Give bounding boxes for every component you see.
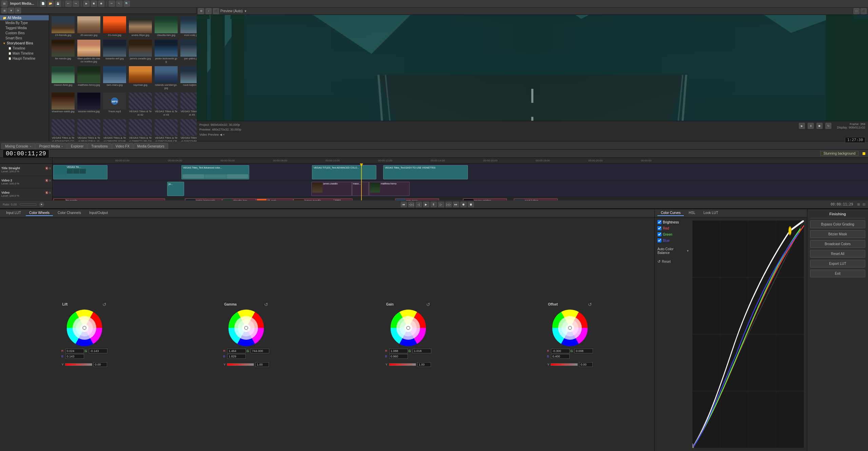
- gamma-reset[interactable]: ↺: [264, 302, 268, 307]
- tab-look-lut[interactable]: Look LUT: [700, 210, 722, 216]
- transport-record[interactable]: ⏺: [460, 202, 467, 207]
- tab-media-generators[interactable]: Media Generators: [134, 143, 168, 149]
- select-btn[interactable]: ↖: [116, 1, 122, 7]
- gain-r-input[interactable]: [389, 349, 408, 353]
- media-item-12[interactable]: mason-field.jpg: [51, 65, 76, 91]
- cb-red-check[interactable]: [657, 226, 662, 230]
- media-item-23[interactable]: VEGAS Titles & Text 45: [179, 92, 197, 117]
- tree-item-storyboard-bins[interactable]: ▼ Storyboard Bins: [0, 41, 49, 46]
- cb-green-check[interactable]: [657, 232, 662, 236]
- preview-pause-btn[interactable]: ⏸: [808, 123, 814, 129]
- media-item-5[interactable]: evor-cole.jpg: [179, 15, 197, 38]
- media-item-13[interactable]: matthew-henry.jpg: [76, 65, 101, 91]
- gamma-wheel[interactable]: [228, 309, 265, 347]
- tab-mixing-console[interactable]: Mixing Console ×: [1, 143, 35, 149]
- exit-btn[interactable]: Exit: [810, 270, 865, 277]
- razor-btn[interactable]: ✂: [109, 1, 115, 7]
- media-item-3[interactable]: andre-filipe.jpg: [128, 15, 153, 38]
- stop-btn[interactable]: ⏹: [91, 1, 97, 7]
- reset-all-btn[interactable]: Reset All: [810, 250, 865, 258]
- transport-to-end[interactable]: ⏭: [453, 202, 459, 207]
- clip-2-7[interactable]: sourav-mishra: [463, 198, 507, 200]
- tree-item-timeline[interactable]: 📋 Timeline: [0, 46, 49, 51]
- media-refresh-btn[interactable]: ⟳: [15, 7, 21, 14]
- transport-forward[interactable]: ▷: [438, 202, 444, 207]
- tree-item-media-by-type[interactable]: Media By Type: [0, 20, 49, 25]
- track-mute-btn[interactable]: 🔇: [45, 167, 48, 170]
- redo-btn[interactable]: ↪: [73, 1, 79, 7]
- play-btn[interactable]: ▶: [83, 1, 90, 7]
- transport-play[interactable]: ▶: [423, 202, 429, 207]
- timeline-zoom-btn[interactable]: ⊞: [857, 202, 860, 206]
- clip-2-2[interactable]: claudia-lam: [222, 198, 256, 200]
- track-solo-btn[interactable]: S: [49, 167, 51, 170]
- bypass-color-grading-btn[interactable]: Bypass Color Grading: [810, 220, 865, 228]
- offset-reset[interactable]: ↺: [588, 302, 592, 307]
- media-item-9[interactable]: james-zwadlo.jpg: [128, 39, 153, 64]
- auto-balance-btn[interactable]: Auto Color Balance ▼: [657, 247, 689, 255]
- media-item-17[interactable]: ruud-luijten.jpg: [179, 65, 197, 91]
- gamma-r-input[interactable]: [227, 349, 246, 353]
- track2-solo-btn[interactable]: S: [49, 179, 51, 182]
- media-view-btn[interactable]: ⊞: [1, 7, 7, 14]
- cb-blue-check[interactable]: [657, 238, 662, 242]
- lift-b-input[interactable]: [65, 354, 84, 359]
- gamma-y-input[interactable]: [255, 362, 269, 367]
- preview-btn3[interactable]: ⬛: [213, 8, 219, 14]
- gamma-g-input[interactable]: [251, 349, 269, 353]
- gamma-b-input[interactable]: [227, 354, 246, 359]
- import-media-label[interactable]: Import Media...: [10, 2, 34, 5]
- clip-2-5[interactable]: maso...: [334, 198, 353, 200]
- open-btn[interactable]: 📂: [47, 1, 54, 7]
- tab-input-lut[interactable]: Input LUT: [3, 210, 24, 216]
- clip-2-3[interactable]: 21-rock: [256, 198, 293, 200]
- media-item-2[interactable]: 21-rock.jpg: [102, 15, 127, 38]
- media-item-20[interactable]: MP3 Track.mp3: [102, 92, 127, 117]
- offset-y-input[interactable]: [579, 362, 593, 367]
- tab-color-wheels[interactable]: Color Wheels: [26, 210, 53, 216]
- tree-item-main-timeline[interactable]: 📋 Main Timeline: [0, 51, 49, 56]
- undo-btn[interactable]: ↩: [65, 1, 72, 7]
- tab-mixing-console-close[interactable]: ×: [29, 145, 31, 148]
- transport-forward-fast[interactable]: ▷▷: [446, 202, 452, 207]
- tab-transitions[interactable]: Transitions: [87, 143, 112, 149]
- media-item-22[interactable]: VEGAS Titles & Text 43: [154, 92, 179, 117]
- preview-snap[interactable]: ⬛: [861, 8, 867, 14]
- tab-color-channels[interactable]: Color Channels: [54, 210, 84, 216]
- media-item-16[interactable]: rolands-varsbergs.jpg: [154, 65, 179, 91]
- tab-video-fx[interactable]: Video FX: [112, 143, 133, 149]
- track2-mute-btn[interactable]: 🔇: [45, 179, 48, 182]
- gain-reset[interactable]: ↺: [426, 302, 430, 307]
- transport-to-start[interactable]: ⏮: [401, 202, 407, 207]
- transport-pause[interactable]: ⏸: [431, 202, 437, 207]
- preview-play-btn[interactable]: ▶: [799, 123, 805, 129]
- offset-r-input[interactable]: [551, 349, 570, 353]
- new-btn[interactable]: 📄: [40, 1, 46, 7]
- media-item-1[interactable]: 20-women.jpg: [76, 15, 101, 38]
- tab-color-curves[interactable]: Color Curves: [657, 210, 684, 216]
- lift-r-input[interactable]: [65, 349, 84, 353]
- curves-reset-btn[interactable]: ↺ Reset: [657, 259, 689, 264]
- tab-project-media[interactable]: Project Media ×: [36, 143, 67, 149]
- preview-stop-btn[interactable]: ⏹: [816, 123, 823, 129]
- cb-brightness-check[interactable]: [657, 220, 662, 224]
- clip-1-1[interactable]: james-zwadlo: [311, 182, 352, 196]
- clip-1-2[interactable]: maso...: [352, 182, 369, 196]
- timeline-scroll-btn[interactable]: ⊟: [863, 202, 865, 206]
- tree-item-tagged-media[interactable]: Tagged Media: [0, 25, 49, 31]
- tab-input-output[interactable]: Input/Output: [86, 210, 111, 216]
- media-item-14[interactable]: ram-maru.jpg: [102, 65, 127, 91]
- tab-hsl[interactable]: HSL: [685, 210, 698, 216]
- clip-0-0[interactable]: VEGAS Titl...: [53, 165, 107, 179]
- media-item-0[interactable]: 19-friends.jpg: [51, 15, 76, 38]
- preview-fullscreen[interactable]: □: [853, 8, 860, 14]
- lift-y-input[interactable]: [94, 362, 107, 367]
- clip-0-1[interactable]: VEGAS Titles_Text Advanced color...: [181, 165, 249, 179]
- gain-wheel[interactable]: [390, 309, 427, 347]
- save-btn[interactable]: 💾: [55, 1, 61, 7]
- media-item-11[interactable]: joe-yates.jpg: [179, 39, 197, 64]
- rate-slider[interactable]: [20, 203, 37, 205]
- clip-2-4[interactable]: james-zwadlo: [293, 198, 334, 200]
- media-item-18[interactable]: shadman-sakib.jpg: [51, 92, 76, 117]
- lift-reset[interactable]: ↺: [102, 302, 106, 307]
